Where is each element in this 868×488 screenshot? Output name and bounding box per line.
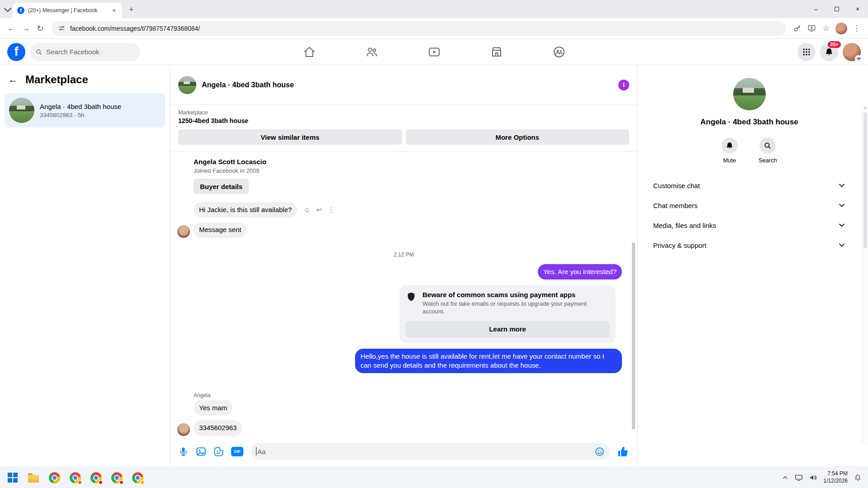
message-input[interactable]: Aa <box>251 443 610 460</box>
facebook-header-right: 20+ <box>797 43 861 61</box>
taskbar-browser-3[interactable] <box>90 471 102 484</box>
browser-menu-icon[interactable]: ⋮ <box>850 22 863 35</box>
sender-name-label: Angela <box>194 392 637 398</box>
learn-more-button[interactable]: Learn more <box>405 321 610 337</box>
sender-avatar <box>177 225 190 238</box>
incoming-message: Message sent <box>194 222 247 237</box>
new-tab-button[interactable]: + <box>125 3 138 16</box>
message-list: Angela Scott Locascio Joined Facebook in… <box>170 152 637 441</box>
chat-scrollbar[interactable] <box>632 242 635 429</box>
tray-chevron-up-icon[interactable] <box>782 474 788 481</box>
profile-badge <box>119 480 124 485</box>
display-tray-icon[interactable] <box>795 474 803 482</box>
tab-close-icon[interactable]: × <box>110 7 118 14</box>
chat-avatar[interactable] <box>178 76 196 94</box>
scam-warning-card: Beware of common scams using payment app… <box>399 285 616 343</box>
menu-item-privacy-support[interactable]: Privacy & support <box>649 235 850 255</box>
taskbar-browser-1[interactable] <box>48 471 61 484</box>
more-icon[interactable]: ⋮ <box>328 206 335 214</box>
volume-tray-icon[interactable] <box>809 474 817 482</box>
password-key-icon[interactable] <box>790 22 804 35</box>
sticker-icon[interactable] <box>213 446 224 457</box>
groups-nav-icon[interactable] <box>553 46 565 58</box>
browser-tab[interactable]: f (20+) Messenger | Facebook × <box>13 3 122 18</box>
mute-bell-icon <box>721 137 738 154</box>
browser-refresh-button[interactable]: ↻ <box>33 22 47 35</box>
maximize-button[interactable] <box>826 0 847 18</box>
taskbar-browser-2[interactable] <box>69 471 81 484</box>
marketplace-label: Marketplace <box>178 109 629 116</box>
taskbar-apps <box>6 471 144 484</box>
notification-center-icon[interactable] <box>854 474 862 482</box>
file-explorer-button[interactable] <box>27 471 40 484</box>
site-info-icon[interactable] <box>58 24 66 32</box>
friends-nav-icon[interactable] <box>365 46 378 58</box>
buyer-profile-block: Angela Scott Locascio Joined Facebook in… <box>194 158 637 194</box>
maximize-icon <box>835 7 839 11</box>
search-in-conversation-button[interactable]: Search <box>759 137 777 164</box>
react-icon[interactable]: ☺ <box>304 206 310 214</box>
more-options-button[interactable]: More Options <box>406 129 630 145</box>
facebook-search[interactable]: Search Facebook <box>30 43 140 61</box>
marketplace-nav-icon[interactable] <box>490 46 503 58</box>
browser-forward-button[interactable]: → <box>19 22 33 35</box>
browser-tabstrip: f (20+) Messenger | Facebook × + – × <box>0 0 868 18</box>
close-window-button[interactable]: × <box>847 0 868 18</box>
conversation-text: Angela · 4bed 3bath house 3345602963 · 5… <box>40 103 121 118</box>
account-avatar[interactable] <box>843 43 861 61</box>
facebook-logo[interactable]: f <box>7 43 25 61</box>
install-app-icon[interactable] <box>805 22 818 35</box>
notification-badge: 20+ <box>828 41 841 48</box>
clock-date: 1/12/2026 <box>824 478 848 485</box>
browser-profile-avatar[interactable] <box>835 23 847 34</box>
back-arrow-icon[interactable]: ← <box>8 75 18 85</box>
watch-nav-icon[interactable] <box>428 46 441 58</box>
conversation-meta: 3345602963 · 5h <box>40 112 121 118</box>
listing-title: 1250-4bed 3bath house <box>178 117 629 124</box>
scrollbar-thumb[interactable] <box>863 113 867 248</box>
attach-image-icon[interactable] <box>196 446 206 457</box>
chevron-down-icon <box>838 222 845 229</box>
chat-header: Angela · 4bed 3bath house i <box>170 65 637 105</box>
thumbs-up-icon[interactable] <box>617 445 629 458</box>
start-button[interactable] <box>6 471 19 484</box>
sidebar-header: ← Marketplace <box>5 71 165 93</box>
taskbar-clock[interactable]: 7:54 PM 1/12/2026 <box>824 470 848 484</box>
home-nav-icon[interactable] <box>303 46 316 58</box>
view-similar-items-button[interactable]: View similar items <box>178 129 402 145</box>
bookmark-star-icon[interactable]: ☆ <box>819 22 833 35</box>
scrollbar-up-arrow[interactable]: ▲ <box>863 106 867 109</box>
chevron-down-icon <box>838 242 845 249</box>
message-actions: ☺ ↩ ⋮ <box>304 206 335 214</box>
scam-body: Watch out for fake emails or requests to… <box>422 300 610 316</box>
reply-icon[interactable]: ↩ <box>316 206 322 214</box>
facebook-favicon: f <box>17 7 24 14</box>
menu-item-chat-members[interactable]: Chat members <box>649 195 850 215</box>
scam-card-text: Beware of common scams using payment app… <box>422 291 610 316</box>
conversation-item[interactable]: Angela · 4bed 3bath house 3345602963 · 5… <box>5 93 165 128</box>
outgoing-message: Yes. Are you interested? <box>538 264 622 280</box>
notifications-button[interactable]: 20+ <box>820 43 838 61</box>
tab-search-icon[interactable] <box>3 4 13 16</box>
page-scrollbar[interactable]: ▲ <box>862 104 868 445</box>
minimize-button[interactable]: – <box>806 0 826 18</box>
message-input-placeholder: Aa <box>257 448 266 455</box>
buyer-details-button[interactable]: Buyer details <box>194 179 249 194</box>
incoming-message: Yes mam <box>194 400 232 416</box>
address-bar[interactable]: facebook.com/messages/t/798757479368084/ <box>52 21 786 36</box>
apps-menu-button[interactable] <box>797 43 816 61</box>
conversation-info-icon[interactable]: i <box>618 80 629 90</box>
mute-button[interactable]: Mute <box>721 137 738 164</box>
taskbar-browser-4[interactable] <box>110 471 123 484</box>
search-placeholder: Search Facebook <box>46 48 100 56</box>
browser-back-button[interactable]: ← <box>5 22 18 35</box>
taskbar-browser-5[interactable] <box>131 471 144 484</box>
system-tray: 7:54 PM 1/12/2026 <box>782 470 862 484</box>
chat-title: Angela · 4bed 3bath house <box>202 81 294 89</box>
gif-icon[interactable]: GIF <box>231 447 243 456</box>
voice-clip-icon[interactable] <box>178 446 189 457</box>
menu-item-media-files-links[interactable]: Media, files and links <box>649 215 850 235</box>
incoming-message: Hi Jackie, is this still available? <box>194 202 297 218</box>
menu-item-customise-chat[interactable]: Customise chat <box>649 175 850 195</box>
emoji-icon[interactable] <box>595 447 604 456</box>
